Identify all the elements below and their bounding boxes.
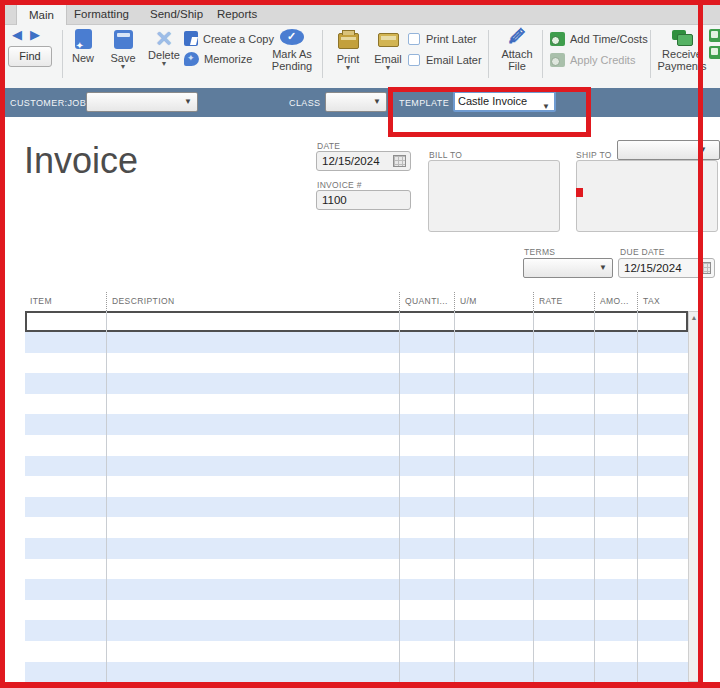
active-table-row[interactable] [25, 311, 688, 332]
apply-credits-button[interactable]: Apply Credits [550, 51, 648, 68]
scroll-up-icon[interactable]: ▲ [690, 313, 698, 323]
mark-as-pending-button[interactable]: Mark As Pending [266, 29, 318, 72]
column-header[interactable]: ITEM [25, 292, 106, 311]
email-button[interactable]: Email ▼ [369, 29, 407, 70]
table-row[interactable] [25, 497, 688, 518]
dropdown-caret-icon: ▼ [599, 263, 607, 272]
toolbar-separator [62, 30, 63, 78]
column-divider [533, 311, 534, 682]
back-arrow-icon[interactable]: ◀ [12, 28, 22, 42]
email-later-label: Email Later [426, 54, 482, 66]
tab-main[interactable]: Main [16, 4, 67, 25]
tab-formatting[interactable]: Formatting [62, 4, 141, 25]
dropdown-caret-icon: ▼ [373, 97, 381, 106]
table-row[interactable] [25, 641, 688, 662]
column-header[interactable]: U/M [454, 292, 533, 311]
table-row[interactable] [25, 620, 688, 641]
find-button[interactable]: Find [8, 46, 52, 67]
terms-dropdown[interactable]: ▼ [523, 258, 613, 278]
table-row[interactable] [25, 476, 688, 497]
column-divider [637, 311, 638, 682]
new-button[interactable]: New [66, 29, 100, 64]
column-divider [594, 311, 595, 682]
due-date-label: DUE DATE [620, 247, 665, 257]
table-body [25, 311, 688, 682]
annotation-border-top [0, 0, 720, 5]
new-document-icon [75, 29, 92, 49]
email-caret-icon: ▼ [385, 65, 392, 70]
annotation-template-highlight [388, 87, 591, 137]
column-divider [106, 311, 107, 682]
ribbon-tab-bar: Main Formatting Send/Ship Reports [0, 4, 720, 25]
table-row[interactable] [25, 517, 688, 538]
main-toolbar: ◀ ▶ Find New Save ▼ ✕ Delete ▼ Create a … [0, 25, 720, 88]
class-dropdown[interactable]: ▼ [325, 92, 387, 112]
save-floppy-icon [114, 30, 133, 49]
column-header[interactable]: TAX [637, 292, 688, 311]
print-button[interactable]: Print ▼ [329, 29, 367, 70]
add-time-costs-button[interactable]: Add Time/Costs [550, 30, 648, 47]
class-label: CLASS [289, 98, 321, 108]
delete-button[interactable]: ✕ Delete ▼ [144, 29, 184, 66]
tab-reports[interactable]: Reports [205, 4, 269, 25]
print-later-checkbox[interactable] [408, 33, 420, 45]
annotation-border-left [0, 0, 5, 688]
dropdown-caret-icon: ▼ [184, 97, 192, 106]
forward-arrow-icon[interactable]: ▶ [30, 28, 40, 42]
email-later-checkbox[interactable] [408, 54, 420, 66]
column-header[interactable]: DESCRIPTION [106, 292, 399, 311]
column-header[interactable]: QUANTI... [399, 292, 454, 311]
date-label: DATE [317, 141, 340, 151]
email-envelope-icon [378, 33, 399, 47]
print-caret-icon: ▼ [345, 65, 352, 70]
clipped-toolbar-icon [709, 46, 720, 59]
attach-file-button[interactable]: 🖉 Attach File [496, 28, 538, 72]
table-row[interactable] [25, 414, 688, 435]
page-title: Invoice [24, 140, 138, 182]
table-row[interactable] [25, 579, 688, 600]
annotation-red-marker [576, 188, 583, 197]
table-row[interactable] [25, 662, 688, 682]
terms-label: TERMS [524, 247, 555, 257]
bill-to-box[interactable] [428, 160, 560, 232]
apply-credits-icon [550, 53, 565, 67]
customer-job-dropdown[interactable]: ▼ [86, 92, 198, 112]
invoice-number-label: INVOICE # [317, 180, 362, 190]
clipped-toolbar-icon [709, 29, 720, 42]
table-row[interactable] [25, 332, 688, 353]
column-header[interactable]: AMO... [594, 292, 637, 311]
print-later-label: Print Later [426, 33, 477, 45]
table-row[interactable] [25, 600, 688, 621]
table-row[interactable] [25, 353, 688, 374]
table-row[interactable] [25, 394, 688, 415]
calendar-icon[interactable] [393, 155, 406, 167]
column-divider [454, 311, 455, 682]
table-row[interactable] [25, 456, 688, 477]
printer-icon [338, 33, 359, 49]
tab-send-ship[interactable]: Send/Ship [138, 4, 215, 25]
receive-payments-icon [672, 30, 692, 44]
copy-document-icon [184, 31, 198, 46]
annotation-border-bottom [0, 682, 720, 688]
paperclip-icon: 🖉 [509, 28, 526, 46]
add-time-costs-icon [550, 32, 565, 46]
table-header: ITEMDESCRIPTIONQUANTI...U/MRATEAMO...TAX [25, 292, 688, 311]
column-header[interactable]: RATE [533, 292, 594, 311]
bill-to-label: BILL TO [429, 150, 462, 160]
toolbar-separator [488, 30, 489, 78]
date-field[interactable]: 12/15/2024 [316, 151, 411, 171]
toolbar-separator [542, 30, 543, 78]
table-row[interactable] [25, 435, 688, 456]
toolbar-separator [322, 30, 323, 78]
memorize-button[interactable]: Memorize [184, 50, 274, 67]
invoice-number-field[interactable]: 1100 [316, 190, 411, 210]
table-row[interactable] [25, 559, 688, 580]
ship-to-box[interactable] [576, 160, 718, 232]
create-copy-button[interactable]: Create a Copy [184, 30, 274, 47]
save-button[interactable]: Save ▼ [105, 29, 141, 69]
annotation-border-right [698, 0, 703, 688]
ship-to-dropdown[interactable]: ▼ [617, 140, 720, 160]
table-row[interactable] [25, 373, 688, 394]
ship-to-label: SHIP TO [576, 150, 612, 160]
table-row[interactable] [25, 538, 688, 559]
